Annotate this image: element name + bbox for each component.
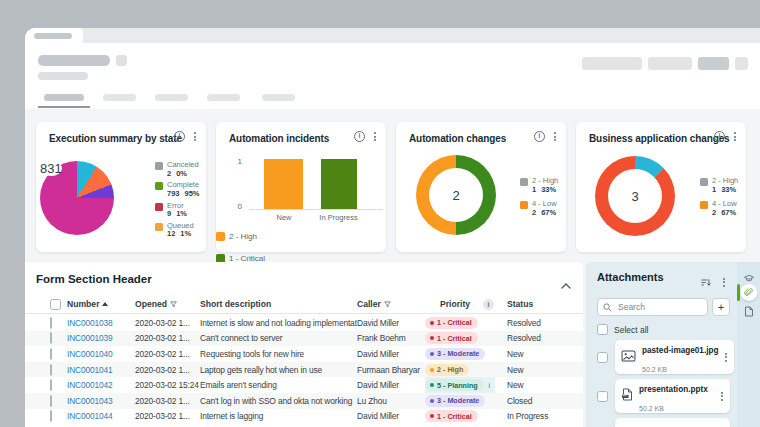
legend-swatch <box>155 162 163 170</box>
kebab-menu-icon[interactable] <box>733 131 737 142</box>
column-header-status[interactable]: Status <box>507 299 583 309</box>
table-row[interactable]: INC0001042 2020-03-02 15:24 Emails aren'… <box>25 377 583 393</box>
donut-chart: 831 <box>40 161 114 235</box>
filter-icon <box>384 301 391 308</box>
row-checkbox[interactable] <box>50 364 52 376</box>
select-all-attachments-checkbox[interactable] <box>597 324 608 335</box>
incident-number-link[interactable]: INC0001043 <box>67 396 135 406</box>
attachment-card[interactable]: PPT pasted-image01.jpg 50.2 KB <box>615 340 734 374</box>
tab-placeholder[interactable] <box>207 94 240 101</box>
form-section-header: Form Section Header <box>36 273 152 285</box>
tab-placeholder[interactable] <box>262 94 295 101</box>
kebab-menu-icon[interactable] <box>193 131 197 142</box>
incident-number-link[interactable]: INC0001038 <box>67 318 135 328</box>
column-header-number[interactable]: Number <box>67 299 135 309</box>
attachment-card[interactable]: PPT presentation.pptx 50.2 KB <box>615 379 730 413</box>
short-description-cell: Can't log in with SSO and okta not worki… <box>200 396 357 406</box>
caller-cell: David Miller <box>357 318 425 328</box>
incident-number-link[interactable]: INC0001040 <box>67 349 135 359</box>
kebab-menu-icon[interactable] <box>553 131 557 142</box>
legend-label: 2 - High <box>229 232 257 241</box>
legend-swatch <box>700 178 708 186</box>
info-icon[interactable] <box>174 131 185 142</box>
document-icon[interactable] <box>744 303 753 321</box>
info-icon[interactable] <box>534 131 545 142</box>
ppt-file-icon: PPT <box>621 387 633 405</box>
kebab-menu-icon[interactable] <box>720 391 724 402</box>
row-checkbox[interactable] <box>50 348 52 360</box>
legend-item: 2 - High 133% <box>700 177 738 194</box>
incident-number-link[interactable]: INC0001041 <box>67 365 135 375</box>
browser-tab[interactable] <box>25 28 83 43</box>
attachment-checkbox[interactable] <box>597 391 608 402</box>
tab-placeholder[interactable] <box>103 94 136 101</box>
attachment-row: PPT presentation.pptx 50.2 KB <box>597 379 730 413</box>
row-checkbox[interactable] <box>50 317 52 329</box>
header-icon-button-placeholder[interactable] <box>735 57 748 70</box>
kebab-menu-icon[interactable] <box>722 277 726 288</box>
opened-cell: 2020-03-02 1... <box>135 333 200 343</box>
svg-text:PPT: PPT <box>623 394 628 398</box>
tab-placeholder[interactable] <box>155 94 188 101</box>
select-all-label: Select all <box>614 325 649 335</box>
search-input[interactable] <box>616 301 702 313</box>
incident-number-link[interactable]: INC0001042 <box>67 380 135 390</box>
card-automation-changes: Automation changes 2 2 - High 133% 4 - L… <box>396 122 566 252</box>
donut-center-value: 2 <box>452 188 459 203</box>
short-description-cell: Requesting tools for new hire <box>200 349 357 359</box>
table-row[interactable]: INC0001043 2020-03-02 1... Can't log in … <box>25 393 583 409</box>
caller-cell: David Miller <box>357 380 425 390</box>
attachments-title: Attachments <box>597 271 664 283</box>
column-header-priority[interactable]: Priority <box>425 299 507 310</box>
attachment-name: pasted-image01.jpg <box>642 346 718 355</box>
y-axis-tick: 1 <box>220 157 242 166</box>
status-cell: New <box>507 380 583 390</box>
attachments-tool-button[interactable] <box>740 284 757 301</box>
row-checkbox[interactable] <box>50 395 52 407</box>
caller-cell: David Miller <box>357 349 425 359</box>
right-toolbar <box>737 262 760 427</box>
table-row[interactable]: INC0001038 2020-03-02 1... Internet is s… <box>25 315 583 331</box>
row-checkbox[interactable] <box>50 332 52 344</box>
kebab-menu-icon[interactable] <box>373 131 377 142</box>
status-cell: In Progress <box>507 411 583 421</box>
table-row[interactable]: INC0001044 2020-03-02 1... Internet is l… <box>25 409 583 425</box>
priority-cell: 1 - Critical i <box>425 331 507 347</box>
attachment-card[interactable]: PPT document.pdf <box>615 418 730 427</box>
sort-icon[interactable] <box>701 273 711 291</box>
priority-info-icon[interactable] <box>483 299 494 310</box>
card-automation-incidents: Automation incidents 1 0 New In Progress… <box>216 122 386 252</box>
table-row[interactable]: INC0001041 2020-03-02 1... Laptop gets r… <box>25 362 583 378</box>
active-tab-placeholder[interactable] <box>44 94 84 101</box>
header-button-placeholder[interactable] <box>582 57 642 70</box>
row-checkbox[interactable] <box>50 410 52 422</box>
info-icon[interactable] <box>354 131 365 142</box>
select-all-rows-checkbox[interactable] <box>50 299 61 310</box>
header-button-placeholder[interactable] <box>648 57 692 70</box>
x-axis-label: New <box>264 213 304 222</box>
short-description-cell: Internet is lagging <box>200 411 357 421</box>
cell-info-icon[interactable]: i <box>489 382 490 389</box>
legend-item: Canceled 20% <box>155 161 200 178</box>
table-row[interactable]: INC0001039 2020-03-02 1... Can't connect… <box>25 331 583 347</box>
chart-legend: 2 - High 133% 4 - Low 267% <box>520 177 558 218</box>
table-row[interactable]: INC0001040 2020-03-02 1... Requesting to… <box>25 346 583 362</box>
attachment-checkbox[interactable] <box>597 352 608 363</box>
column-header-caller[interactable]: Caller <box>357 299 425 309</box>
column-header-short-description[interactable]: Short description <box>200 299 357 309</box>
legend-item: 4 - Low 267% <box>520 200 558 217</box>
priority-cell: 2 - High i <box>425 362 507 378</box>
attachment-size: 50.2 KB <box>642 366 667 373</box>
header-primary-button-placeholder[interactable] <box>698 57 729 70</box>
info-icon[interactable] <box>714 131 725 142</box>
page-title-placeholder <box>38 55 110 66</box>
y-axis-tick: 0 <box>220 202 242 211</box>
chevron-up-icon[interactable] <box>561 275 571 293</box>
attachments-panel: Attachments + <box>586 262 737 427</box>
kebab-menu-icon[interactable] <box>724 352 728 363</box>
incident-number-link[interactable]: INC0001044 <box>67 411 135 421</box>
add-attachment-button[interactable]: + <box>712 298 730 316</box>
incident-number-link[interactable]: INC0001039 <box>67 333 135 343</box>
row-checkbox[interactable] <box>50 379 52 391</box>
column-header-opened[interactable]: Opened <box>135 299 200 309</box>
